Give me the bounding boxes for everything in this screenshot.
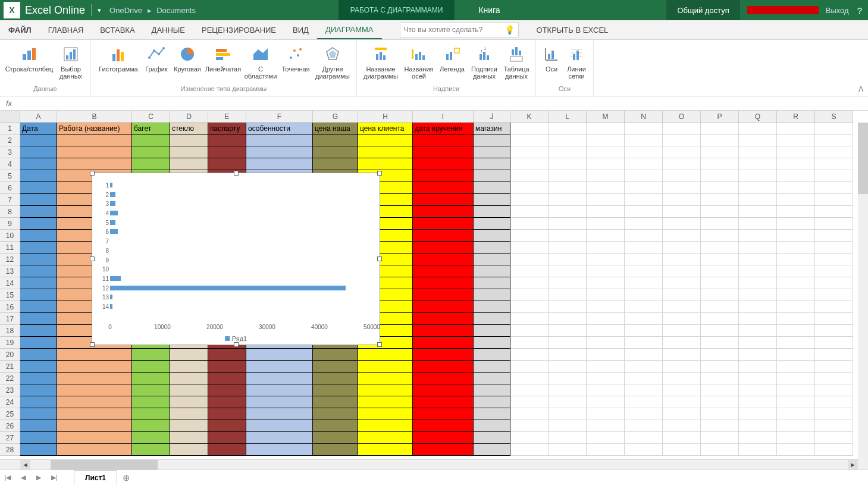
cell-S27[interactable] — [815, 432, 853, 444]
cell-I25[interactable] — [413, 408, 474, 420]
row-header-11[interactable]: 11 — [0, 242, 20, 254]
cell-A18[interactable] — [20, 325, 57, 337]
cell-O11[interactable] — [663, 242, 701, 254]
hscroll-track[interactable] — [51, 460, 848, 470]
cell-G24[interactable] — [313, 396, 358, 408]
cell-D22[interactable] — [170, 373, 208, 384]
tab-home[interactable]: ГЛАВНАЯ — [40, 20, 92, 39]
cell-J24[interactable] — [474, 396, 510, 408]
cell-A1[interactable]: Дата — [20, 123, 57, 134]
cell-R10[interactable] — [777, 230, 815, 242]
cell-S12[interactable] — [815, 254, 853, 265]
chart-handle-bl[interactable] — [90, 342, 95, 347]
cell-J3[interactable] — [474, 146, 510, 158]
cell-J19[interactable] — [474, 337, 510, 349]
cell-J11[interactable] — [474, 242, 510, 254]
cell-N20[interactable] — [625, 349, 663, 361]
cell-L21[interactable] — [549, 361, 587, 373]
cell-J27[interactable] — [474, 432, 510, 444]
cell-I11[interactable] — [413, 242, 474, 254]
cell-Q5[interactable] — [739, 170, 777, 182]
cell-L27[interactable] — [549, 432, 587, 444]
cell-E23[interactable] — [208, 384, 246, 396]
cell-P5[interactable] — [701, 170, 739, 182]
chart-plot-area[interactable]: 1413121110987654321010000200003000040000… — [110, 180, 372, 320]
cell-L9[interactable] — [549, 218, 587, 230]
cell-A4[interactable] — [20, 158, 57, 170]
cell-S5[interactable] — [815, 170, 853, 182]
row-header-3[interactable]: 3 — [0, 146, 20, 158]
cell-A17[interactable] — [20, 313, 57, 325]
sheet-nav-first[interactable]: |◀ — [0, 474, 15, 481]
cell-Q3[interactable] — [739, 146, 777, 158]
cell-A6[interactable] — [20, 182, 57, 194]
cell-K16[interactable] — [510, 301, 549, 313]
cell-Q18[interactable] — [739, 325, 777, 337]
help-icon[interactable]: ? — [857, 5, 862, 15]
cell-L10[interactable] — [549, 230, 587, 242]
tab-chart[interactable]: ДИАГРАММА — [317, 20, 382, 39]
cell-R14[interactable] — [777, 277, 815, 289]
cell-J20[interactable] — [474, 349, 510, 361]
cell-K24[interactable] — [510, 396, 549, 408]
cell-I1[interactable]: дата вручения — [413, 123, 474, 134]
breadcrumb-onedrive[interactable]: OneDrive — [109, 6, 142, 15]
cell-S7[interactable] — [815, 194, 853, 206]
cell-G1[interactable]: цена наша — [313, 123, 358, 134]
cell-C1[interactable]: багет — [132, 123, 170, 134]
cell-K1[interactable] — [510, 123, 549, 134]
cell-N3[interactable] — [625, 146, 663, 158]
cell-A8[interactable] — [20, 206, 57, 218]
cell-N14[interactable] — [625, 277, 663, 289]
cell-E20[interactable] — [208, 349, 246, 361]
cell-A28[interactable] — [20, 444, 57, 456]
cell-Q1[interactable] — [739, 123, 777, 134]
row-header-18[interactable]: 18 — [0, 325, 20, 337]
cell-D1[interactable]: стекло — [170, 123, 208, 134]
cell-P20[interactable] — [701, 349, 739, 361]
cell-Q8[interactable] — [739, 206, 777, 218]
col-header-H[interactable]: H — [358, 111, 413, 123]
cell-R19[interactable] — [777, 337, 815, 349]
tab-data[interactable]: ДАННЫЕ — [143, 20, 193, 39]
cell-D24[interactable] — [170, 396, 208, 408]
cell-N21[interactable] — [625, 361, 663, 373]
col-header-A[interactable]: A — [20, 111, 57, 123]
cell-K18[interactable] — [510, 325, 549, 337]
cell-B27[interactable] — [57, 432, 132, 444]
cell-J1[interactable]: магазин — [474, 123, 510, 134]
cell-G3[interactable] — [313, 146, 358, 158]
cell-L1[interactable] — [549, 123, 587, 134]
cell-K22[interactable] — [510, 373, 549, 384]
signout-link[interactable]: Выход — [826, 6, 849, 15]
cell-A10[interactable] — [20, 230, 57, 242]
cell-A3[interactable] — [20, 146, 57, 158]
sheet-nav-last[interactable]: ▶| — [46, 474, 62, 481]
cell-D27[interactable] — [170, 432, 208, 444]
cell-A14[interactable] — [20, 277, 57, 289]
cell-Q20[interactable] — [739, 349, 777, 361]
cell-N2[interactable] — [625, 134, 663, 146]
cell-Q22[interactable] — [739, 373, 777, 384]
cell-S21[interactable] — [815, 361, 853, 373]
cell-R22[interactable] — [777, 373, 815, 384]
cell-L8[interactable] — [549, 206, 587, 218]
cell-I23[interactable] — [413, 384, 474, 396]
cell-I26[interactable] — [413, 420, 474, 432]
cell-I2[interactable] — [413, 134, 474, 146]
cell-O26[interactable] — [663, 420, 701, 432]
row-header-21[interactable]: 21 — [0, 361, 20, 373]
cell-I27[interactable] — [413, 432, 474, 444]
vscroll-thumb[interactable] — [858, 123, 868, 194]
vertical-scrollbar[interactable] — [858, 123, 868, 470]
cell-E1[interactable]: паспарту — [208, 123, 246, 134]
sheet-nav-prev[interactable]: ◀ — [15, 474, 31, 481]
line-chart-button[interactable]: График — [143, 42, 170, 73]
cell-K21[interactable] — [510, 361, 549, 373]
cell-I9[interactable] — [413, 218, 474, 230]
sheet-nav-next[interactable]: ▶ — [31, 474, 46, 481]
cell-P15[interactable] — [701, 289, 739, 301]
cell-S10[interactable] — [815, 230, 853, 242]
cell-L17[interactable] — [549, 313, 587, 325]
cell-N18[interactable] — [625, 325, 663, 337]
